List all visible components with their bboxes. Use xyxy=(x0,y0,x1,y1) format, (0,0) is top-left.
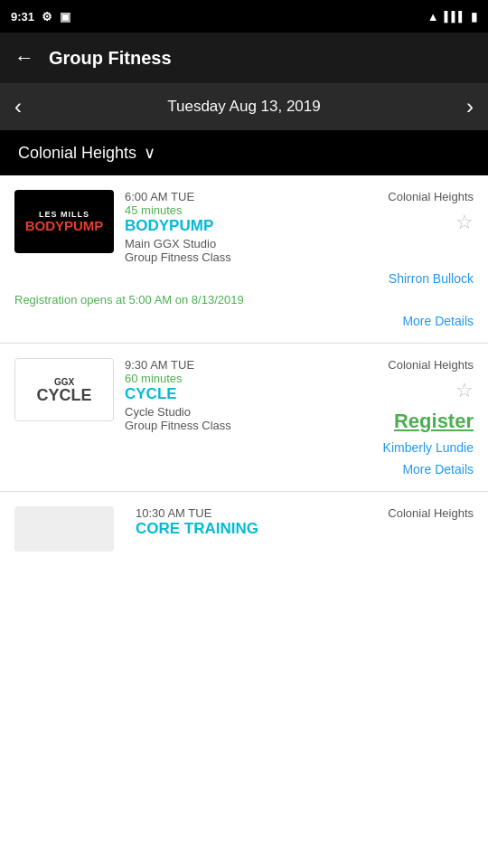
class-time-core: 10:30 AM TUE xyxy=(136,506,377,520)
class-info-bodypump: 6:00 AM TUE 45 minutes BODYPUMP Main GGX… xyxy=(125,190,377,264)
chevron-down-icon[interactable]: ∨ xyxy=(144,143,155,163)
wifi-icon: ▲ xyxy=(427,10,439,24)
class-card-core: 10:30 AM TUE CORE TRAINING Colonial Heig… xyxy=(0,492,488,566)
class-location-cycle: Colonial Heights xyxy=(388,358,474,372)
bodypump-thumbnail: LES MILLS BODYPUMP xyxy=(14,190,114,253)
class-info-core: 10:30 AM TUE CORE TRAINING xyxy=(136,506,377,538)
date-label: Tuesday Aug 13, 2019 xyxy=(167,98,321,116)
instructor-link-bodypump[interactable]: Shirron Bullock xyxy=(14,271,474,286)
status-left: 9:31 ⚙ ▣ xyxy=(11,10,70,24)
time-display: 9:31 xyxy=(11,10,34,24)
bodypump-text: BODYPUMP xyxy=(25,219,104,234)
class-duration-cycle: 60 minutes xyxy=(125,372,377,385)
location-name: Colonial Heights xyxy=(18,144,136,163)
class-name-bodypump: BODYPUMP xyxy=(125,217,377,235)
signal-icon: ▌▌▌ xyxy=(445,11,465,22)
class-time-cycle: 9:30 AM TUE xyxy=(125,358,377,372)
class-duration-bodypump: 45 minutes xyxy=(125,203,377,217)
class-card-bodypump: LES MILLS BODYPUMP 6:00 AM TUE 45 minute… xyxy=(0,175,488,344)
cycle-thumbnail: GGX CYCLE xyxy=(14,358,114,421)
class-location-bodypump: Colonial Heights xyxy=(388,190,474,203)
class-studio-bodypump: Main GGX Studio xyxy=(125,237,377,250)
favorite-icon-bodypump[interactable]: ☆ xyxy=(455,211,474,234)
status-right: ▲ ▌▌▌ ▮ xyxy=(427,10,477,24)
cycle-text: CYCLE xyxy=(36,387,91,403)
battery-icon: ▮ xyxy=(471,10,477,24)
right-col-core: Colonial Heights xyxy=(388,506,474,520)
date-nav: ‹ Tuesday Aug 13, 2019 › xyxy=(0,83,488,130)
back-button[interactable]: ← xyxy=(14,46,34,70)
location-bar[interactable]: Colonial Heights ∨ xyxy=(0,130,488,175)
class-name-core: CORE TRAINING xyxy=(136,520,377,538)
favorite-icon-cycle[interactable]: ☆ xyxy=(455,379,474,402)
prev-date-button[interactable]: ‹ xyxy=(14,94,22,119)
class-type-bodypump: Group Fitness Class xyxy=(125,250,377,264)
class-type-cycle: Group Fitness Class xyxy=(125,419,377,432)
right-col-bodypump: Colonial Heights ☆ xyxy=(388,190,474,234)
page-title: Group Fitness xyxy=(49,48,172,69)
class-info-cycle: 9:30 AM TUE 60 minutes CYCLE Cycle Studi… xyxy=(125,358,377,432)
sim-icon: ▣ xyxy=(60,10,70,24)
settings-icon: ⚙ xyxy=(42,10,52,24)
top-nav: ← Group Fitness xyxy=(0,33,488,83)
class-name-cycle: CYCLE xyxy=(125,385,377,403)
class-studio-cycle: Cycle Studio xyxy=(125,405,377,419)
ggx-text: GGX xyxy=(54,377,74,387)
right-col-cycle: Colonial Heights ☆ Register xyxy=(388,358,474,433)
more-details-bodypump[interactable]: More Details xyxy=(14,314,474,328)
next-date-button[interactable]: › xyxy=(466,94,474,119)
class-card-cycle: GGX CYCLE 9:30 AM TUE 60 minutes CYCLE C… xyxy=(0,344,488,492)
registration-note-bodypump: Registration opens at 5:00 AM on 8/13/20… xyxy=(14,293,474,307)
instructor-link-cycle[interactable]: Kimberly Lundie xyxy=(14,440,474,455)
class-location-core: Colonial Heights xyxy=(388,506,474,520)
class-time-bodypump: 6:00 AM TUE xyxy=(125,190,377,203)
core-thumbnail xyxy=(14,506,114,552)
register-button-cycle[interactable]: Register xyxy=(394,410,474,433)
more-details-cycle[interactable]: More Details xyxy=(14,462,474,476)
status-bar: 9:31 ⚙ ▣ ▲ ▌▌▌ ▮ xyxy=(0,0,488,33)
